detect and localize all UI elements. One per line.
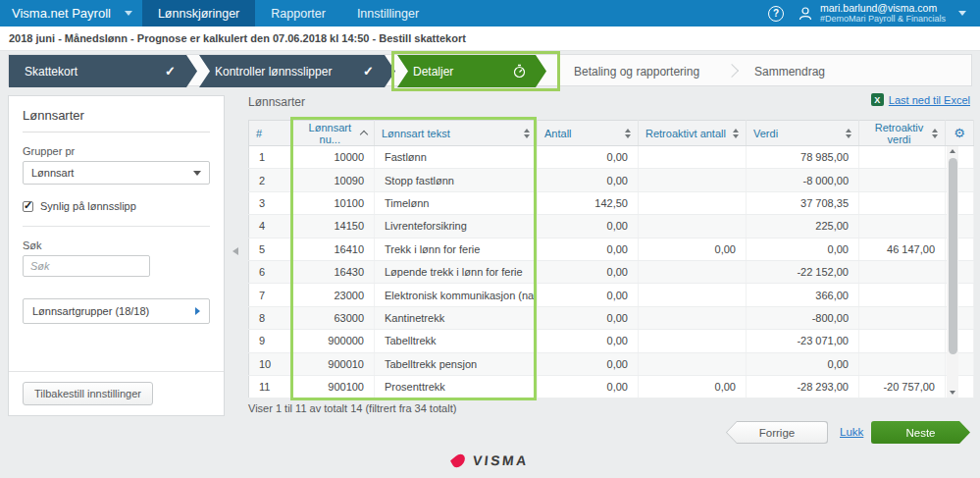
help-icon[interactable]: ?: [768, 6, 784, 22]
cell-index: 1: [249, 146, 292, 169]
cell-lonnsart-tekst: Prosenttrekk: [375, 375, 538, 398]
step-label: Skattekort: [9, 65, 77, 79]
cell-antall: 0,00: [538, 375, 639, 398]
close-link[interactable]: Lukk: [840, 426, 863, 438]
next-button[interactable]: Neste: [871, 421, 970, 444]
cell-verdi: -8 000,00: [747, 169, 859, 191]
table-row[interactable]: 616430Løpende trekk i lønn for ferie0,00…: [249, 260, 974, 283]
top-navigation-bar: Visma.net Payroll Lønnskjøringer Rapport…: [0, 0, 980, 27]
chevron-down-icon: [958, 11, 966, 16]
step-kontroller-lonnsslipper[interactable]: Kontroller lønnsslipper ✓: [199, 55, 395, 87]
scroll-down-icon[interactable]: [950, 391, 955, 395]
cell-retroaktiv-verdi: [859, 191, 946, 214]
cell-antall: 0,00: [538, 238, 639, 260]
wage-type-groups-dropdown[interactable]: Lønnsartgrupper (18/18): [23, 298, 210, 324]
cell-lonnsart-tekst: Løpende trekk i lønn for ferie: [375, 260, 538, 283]
cell-lonnsart-nummer: 16410: [292, 238, 375, 260]
column-header-lonnsart-tekst[interactable]: Lønnsart tekst: [375, 128, 537, 139]
cell-retroaktivt-antall: [639, 352, 747, 375]
column-settings-gear-icon[interactable]: ⚙: [946, 127, 973, 139]
user-menu[interactable]: mari.barlund@visma.com #DemoMari Payroll…: [798, 2, 966, 24]
table-row[interactable]: 310100Timelønn142,5037 708,35: [249, 191, 974, 214]
table-row[interactable]: 9900000Tabelltrekk0,00-23 071,00: [249, 330, 974, 352]
sort-icon: [524, 129, 530, 138]
user-email: mari.barlund@visma.com: [820, 2, 946, 14]
cell-retroaktivt-antall: [639, 169, 747, 191]
cell-retroaktiv-verdi: 46 147,00: [859, 238, 946, 260]
search-label: Søk: [23, 239, 210, 251]
previous-button[interactable]: Forrige: [726, 421, 828, 444]
visible-on-payslip-checkbox[interactable]: [23, 201, 33, 212]
cell-retroaktiv-verdi: [859, 260, 946, 283]
table-row[interactable]: 110000Fastlønn0,0078 985,00: [249, 146, 974, 169]
filter-sidebar: Lønnsarter Grupper pr Lønnsart Synlig på…: [8, 95, 225, 416]
search-input[interactable]: [23, 255, 150, 277]
sort-icon: [932, 129, 938, 138]
wage-types-table: # Lønnsart nu... Lønnsart tekst Antall R…: [248, 120, 973, 398]
wizard-steps: Skattekort ✓ Kontroller lønnsslipper ✓ D…: [8, 54, 972, 86]
cell-index: 7: [249, 284, 292, 306]
sidebar-collapse-handle[interactable]: [232, 244, 241, 258]
sort-icon: [846, 129, 851, 138]
column-header-retroaktiv-verdi[interactable]: Retroaktiv verdi: [859, 122, 945, 145]
previous-button-label: Forrige: [727, 422, 827, 443]
table-row[interactable]: 863000Kantinetrekk0,00-800,00: [249, 306, 974, 329]
column-header-retroaktivt-antall[interactable]: Retroaktivt antall: [639, 128, 746, 139]
cell-lonnsart-nummer: 900010: [292, 352, 375, 375]
scrollbar-thumb[interactable]: [949, 158, 957, 354]
nav-item-lonnskjoringer[interactable]: Lønnskjøringer: [142, 0, 255, 27]
column-header-verdi[interactable]: Verdi: [747, 128, 858, 139]
step-label: Kontroller lønnsslipper: [199, 65, 332, 79]
table-row[interactable]: 210090Stopp fastlønn0,00-8 000,00: [249, 169, 974, 191]
scroll-up-icon[interactable]: [950, 149, 955, 153]
cell-lonnsart-nummer: 900100: [292, 375, 375, 398]
cell-lonnsart-nummer: 10100: [292, 191, 375, 214]
cell-index: 11: [249, 375, 292, 398]
step-sammendrag[interactable]: Sammendrag: [754, 55, 825, 87]
step-skattekort[interactable]: Skattekort ✓: [9, 55, 197, 87]
step-betaling-og-rapportering[interactable]: Betaling og rapportering: [574, 55, 699, 87]
status-bar: 2018 juni - Månedslønn - Prognose er kal…: [0, 27, 980, 51]
column-header-lonnsart-nummer[interactable]: Lønnsart nu...: [292, 122, 374, 145]
stopwatch-icon: [512, 64, 527, 79]
cell-index: 9: [249, 330, 292, 352]
table-row[interactable]: 414150Livrenteforsikring0,00225,00: [249, 215, 974, 238]
table-row[interactable]: 516410Trekk i lønn for ferie0,000,000,00…: [249, 238, 974, 260]
cell-retroaktiv-verdi: [859, 169, 946, 191]
table-scrollbar[interactable]: [947, 146, 958, 398]
visma-swoosh-icon: [450, 451, 467, 469]
cell-retroaktivt-antall: 0,00: [639, 238, 747, 260]
table-row[interactable]: 723000Elektronisk kommunikasjon (natur..…: [249, 284, 974, 306]
brand-title: Visma.net Payroll: [12, 6, 111, 21]
column-header-index[interactable]: #: [249, 128, 291, 139]
cell-lonnsart-nummer: 14150: [292, 215, 375, 238]
excel-icon: X: [871, 93, 884, 106]
cell-antall: 0,00: [538, 352, 639, 375]
download-excel-link[interactable]: X Last ned til Excel: [871, 93, 970, 106]
wage-type-groups-label: Lønnsartgrupper (18/18): [32, 305, 149, 317]
excel-link-label: Last ned til Excel: [889, 94, 970, 106]
chevron-down-icon: [193, 171, 201, 176]
cell-antall: 0,00: [538, 330, 639, 352]
app-switcher[interactable]: Visma.net Payroll: [0, 0, 142, 27]
table-row[interactable]: 11900100Prosenttrekk0,000,00-28 293,00-2…: [249, 375, 974, 398]
cell-antall: 0,00: [538, 284, 639, 306]
nav-item-rapporter[interactable]: Rapporter: [255, 0, 341, 27]
cell-antall: 142,50: [538, 191, 639, 214]
visma-logo: VISMA: [0, 452, 980, 468]
reset-settings-button[interactable]: Tilbakestill innstillinger: [23, 382, 153, 405]
cell-antall: 0,00: [538, 215, 639, 238]
group-by-value: Lønnsart: [31, 167, 74, 179]
cell-index: 5: [249, 238, 292, 260]
step-detaljer[interactable]: Detaljer: [397, 55, 546, 87]
table-row[interactable]: 10900010Tabelltrekk pensjon0,000,00: [249, 352, 974, 375]
sort-icon: [625, 129, 631, 138]
sort-ascending-icon: [361, 132, 367, 138]
chevron-down-icon: [125, 11, 132, 16]
nav-item-innstillinger[interactable]: Innstillinger: [341, 0, 435, 27]
group-by-select[interactable]: Lønnsart: [23, 161, 210, 185]
cell-retroaktiv-verdi: [859, 352, 946, 375]
cell-verdi: 0,00: [747, 238, 859, 260]
sidebar-title: Lønnsarter: [23, 108, 210, 133]
column-header-antall[interactable]: Antall: [538, 128, 638, 139]
